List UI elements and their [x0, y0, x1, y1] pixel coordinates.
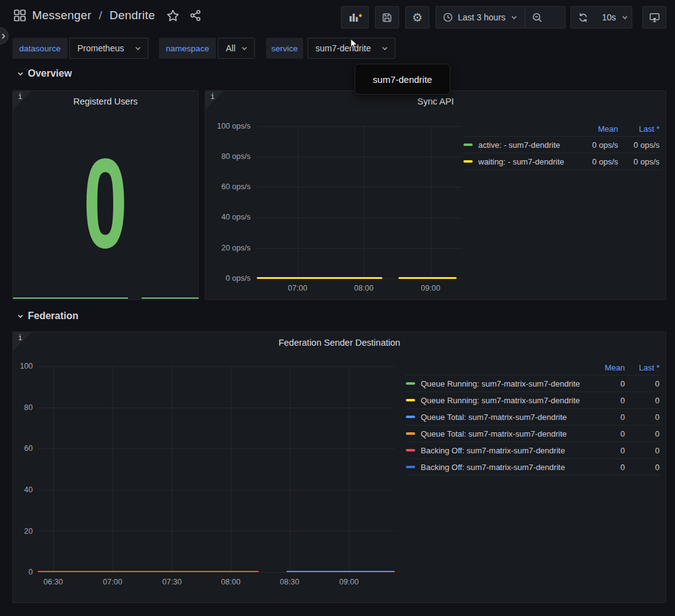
clock-icon: [443, 12, 453, 22]
sync-api-plot-area[interactable]: 07:00 08:00 09:00: [257, 126, 462, 278]
y-tick: 60 ops/s: [205, 182, 251, 192]
legend-series-label[interactable]: Queue Total: sum7-matrix-sum7-dendrite: [421, 413, 588, 422]
variable-label-namespace: namespace: [159, 38, 216, 59]
sync-api-legend: Mean Last * active: - sum7-dendrite 0 op…: [463, 122, 660, 170]
time-range-picker[interactable]: Last 3 hours: [436, 7, 525, 28]
y-tick: 100: [13, 361, 33, 371]
datasource-value-text: Prometheus: [77, 43, 124, 53]
refresh-interval-picker[interactable]: 10s: [595, 7, 635, 28]
y-tick: 20: [13, 526, 33, 536]
legend-mean-value: 0: [588, 429, 625, 438]
kiosk-mode-button[interactable]: [642, 6, 666, 28]
legend-row[interactable]: active: - sum7-dendrite 0 ops/s 0 ops/s: [463, 137, 660, 153]
legend-row[interactable]: Queue Running: sum7-matrix-sum7-dendrite…: [406, 392, 660, 409]
legend-mean-value: 0: [588, 446, 625, 455]
legend-last-value: 0: [625, 463, 660, 472]
grafana-dashboard: Messenger / Dendrite: [0, 0, 675, 616]
legend-row[interactable]: Queue Total: sum7-matrix-sum7-dendrite 0…: [406, 409, 660, 426]
legend-series-label[interactable]: Queue Running: sum7-matrix-sum7-dendrite: [421, 379, 588, 388]
section-overview[interactable]: Overview: [17, 68, 72, 79]
x-tick: 09:00: [415, 283, 446, 293]
legend-series-label[interactable]: Backing Off: sum7-matrix-sum7-dendrite: [421, 446, 588, 455]
series-line-waiting: [398, 277, 457, 279]
monitor-icon: [649, 12, 660, 23]
service-value-text: sum7-dendrite: [316, 43, 371, 53]
chevron-down-icon: [241, 45, 248, 52]
series-line-queue-total: [286, 571, 395, 572]
breadcrumb-dashboard-name[interactable]: Dendrite: [110, 9, 155, 22]
y-tick: 60: [13, 443, 33, 453]
legend-row[interactable]: waiting: - sum7-dendrite 0 ops/s 0 ops/s: [463, 153, 660, 170]
add-panel-icon: [348, 12, 362, 23]
legend-row[interactable]: Queue Total: sum7-matrix-sum7-dendrite 0…: [406, 426, 660, 442]
series-line-waiting: [257, 277, 382, 279]
share-icon[interactable]: [189, 9, 202, 22]
y-tick: 40: [13, 485, 33, 495]
gear-icon: ⚙: [412, 12, 423, 24]
legend-col-mean[interactable]: Mean: [588, 363, 625, 372]
refresh-button[interactable]: [571, 7, 595, 28]
save-dashboard-button[interactable]: [375, 6, 399, 28]
add-panel-button[interactable]: [341, 6, 369, 28]
legend-series-label[interactable]: Backing Off: sum7-matrix-sum7-dendrite: [421, 463, 588, 472]
save-icon: [382, 12, 392, 23]
legend-row[interactable]: Backing Off: sum7-matrix-sum7-dendrite 0…: [406, 459, 660, 476]
series-color-dash: [406, 449, 415, 451]
x-tick: 06:30: [38, 577, 69, 587]
chevron-down-icon: [510, 14, 518, 21]
chevron-down-icon: [17, 312, 24, 320]
y-tick: 0: [13, 567, 33, 577]
legend-last-value: 0 ops/s: [618, 157, 660, 166]
namespace-value-text: All: [226, 43, 236, 53]
section-federation-title: Federation: [28, 310, 79, 322]
legend-last-value: 0: [625, 379, 660, 388]
panel-registered-users: i Registerd Users 0: [12, 90, 199, 300]
series-color-dash: [406, 432, 415, 435]
star-icon[interactable]: [166, 9, 179, 22]
section-federation[interactable]: Federation: [17, 310, 79, 322]
chevron-down-icon: [621, 14, 629, 21]
dashboard-settings-button[interactable]: ⚙: [405, 6, 429, 28]
x-tick: 07:00: [282, 283, 313, 293]
panel-title[interactable]: Sync API: [205, 96, 666, 106]
legend-series-label[interactable]: Queue Running: sum7-matrix-sum7-dendrite: [421, 396, 588, 405]
apps-grid-icon[interactable]: [14, 9, 26, 22]
legend-series-label[interactable]: waiting: - sum7-dendrite: [478, 157, 574, 166]
legend-mean-value: 0: [588, 413, 625, 422]
y-tick: 40 ops/s: [205, 212, 251, 222]
x-tick: 07:00: [97, 577, 128, 587]
legend-row[interactable]: Queue Running: sum7-matrix-sum7-dendrite…: [406, 375, 660, 392]
federation-plot-area[interactable]: 06:30 07:00 07:30 08:00 08:30 09:00: [38, 366, 395, 572]
legend-last-value: 0: [625, 429, 660, 438]
variable-value-datasource[interactable]: Prometheus: [69, 38, 148, 59]
legend-mean-value: 0 ops/s: [574, 157, 618, 166]
stat-value: 0: [13, 148, 198, 259]
chevron-right-icon: [1, 33, 6, 39]
legend-mean-value: 0 ops/s: [574, 140, 618, 150]
series-color-dash: [463, 160, 473, 163]
legend-series-label[interactable]: Queue Total: sum7-matrix-sum7-dendrite: [421, 429, 588, 438]
zoom-out-button[interactable]: [525, 7, 549, 28]
legend-row[interactable]: Backing Off: sum7-matrix-sum7-dendrite 0…: [406, 442, 660, 459]
stat-sparkline-segment: [142, 297, 199, 299]
chevron-down-icon: [134, 45, 142, 52]
panel-sync-api: i Sync API 100 ops/s 80 ops/s 60 ops/s 4…: [205, 90, 666, 300]
legend-col-mean[interactable]: Mean: [574, 124, 618, 134]
legend-series-label[interactable]: active: - sum7-dendrite: [478, 140, 574, 150]
legend-col-last[interactable]: Last *: [618, 124, 660, 134]
x-tick: 08:00: [215, 577, 246, 587]
y-tick: 0 ops/s: [205, 273, 251, 283]
variable-value-namespace[interactable]: All: [218, 38, 255, 59]
panel-title[interactable]: Federation Sender Destination: [13, 338, 666, 348]
chevron-down-icon: [17, 70, 24, 77]
x-tick: 07:30: [157, 577, 187, 587]
refresh-group: 10s: [570, 6, 632, 28]
legend-col-last[interactable]: Last *: [625, 363, 660, 372]
legend-header: Mean Last *: [406, 361, 660, 375]
panel-title[interactable]: Registerd Users: [13, 96, 198, 106]
legend-mean-value: 0: [588, 396, 625, 405]
series-color-dash: [406, 399, 415, 401]
breadcrumb-dashboard-folder[interactable]: Messenger: [32, 9, 92, 22]
y-tick: 80: [13, 403, 33, 413]
legend-mean-value: 0: [588, 379, 625, 388]
